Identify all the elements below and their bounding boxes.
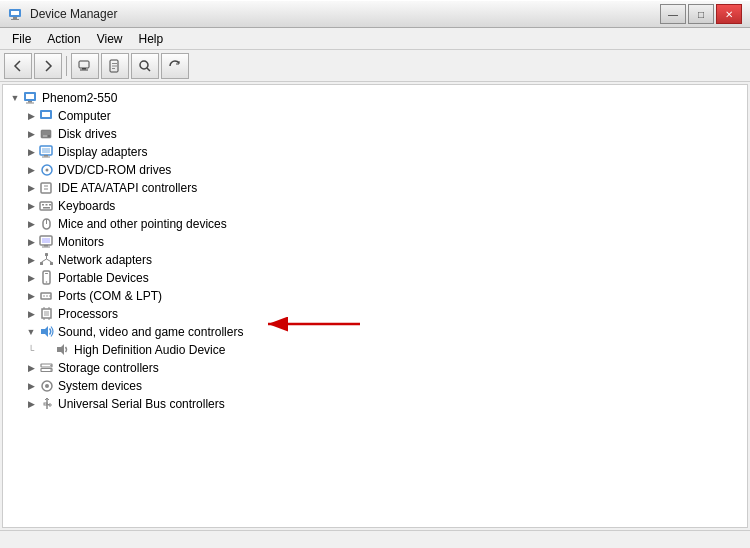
item-label: Sound, video and game controllers xyxy=(58,325,243,339)
list-item[interactable]: ▶ Disk drives xyxy=(3,125,747,143)
minimize-button[interactable]: — xyxy=(660,4,686,24)
svg-line-12 xyxy=(147,68,150,71)
expander[interactable]: ▶ xyxy=(23,216,39,232)
expander[interactable]: ▶ xyxy=(23,396,39,412)
item-label: Portable Devices xyxy=(58,271,149,285)
item-label: Storage controllers xyxy=(58,361,159,375)
list-item[interactable]: ▶ Portable Devices xyxy=(3,269,747,287)
sound-expander[interactable]: ▼ xyxy=(23,324,39,340)
svg-rect-28 xyxy=(41,183,51,193)
svg-rect-1 xyxy=(11,11,19,15)
expander[interactable]: ▶ xyxy=(23,306,39,322)
svg-rect-8 xyxy=(112,63,117,64)
expander[interactable]: ▶ xyxy=(23,378,39,394)
list-item[interactable]: ▶ Network adapters xyxy=(3,251,747,269)
menu-view[interactable]: View xyxy=(89,30,131,48)
close-button[interactable]: ✕ xyxy=(716,4,742,24)
menu-bar: File Action View Help xyxy=(0,28,750,50)
svg-rect-15 xyxy=(28,101,32,103)
device-tree[interactable]: ▼ Phenom2-550 ▶ Computer ▶ xyxy=(3,85,747,527)
svg-rect-39 xyxy=(42,238,50,243)
svg-rect-35 xyxy=(43,207,50,209)
svg-rect-5 xyxy=(82,68,86,70)
svg-rect-6 xyxy=(80,69,88,70)
toolbar xyxy=(0,50,750,82)
expander[interactable]: ▶ xyxy=(23,144,39,160)
back-button[interactable] xyxy=(4,53,32,79)
network-icon xyxy=(39,252,55,268)
svg-rect-20 xyxy=(43,135,47,137)
window-controls: — □ ✕ xyxy=(660,4,742,24)
svg-point-21 xyxy=(48,135,50,137)
expander[interactable]: ▶ xyxy=(23,162,39,178)
expander[interactable]: ▶ xyxy=(23,360,39,376)
item-label: Display adapters xyxy=(58,145,147,159)
scan-button[interactable] xyxy=(131,53,159,79)
menu-action[interactable]: Action xyxy=(39,30,88,48)
list-item[interactable]: └ ▶ High Definition Audio Device xyxy=(3,341,747,359)
list-item[interactable]: ▼ Sound, video and game controllers xyxy=(3,323,747,341)
app-window: Device Manager — □ ✕ File Action View He… xyxy=(0,0,750,548)
item-label: Processors xyxy=(58,307,118,321)
list-item[interactable]: ▶ DVD/CD-ROM drives xyxy=(3,161,747,179)
expander[interactable]: ▶ xyxy=(23,198,39,214)
main-content: ▼ Phenom2-550 ▶ Computer ▶ xyxy=(2,84,748,528)
svg-rect-33 xyxy=(46,204,48,206)
svg-point-50 xyxy=(46,281,48,283)
root-expander[interactable]: ▼ xyxy=(7,90,23,106)
expander[interactable]: ▶ xyxy=(23,252,39,268)
svg-rect-16 xyxy=(26,103,34,104)
list-item[interactable]: ▶ Ports (COM & LPT) xyxy=(3,287,747,305)
item-label: Mice and other pointing devices xyxy=(58,217,227,231)
svg-rect-32 xyxy=(42,204,44,206)
svg-point-27 xyxy=(46,169,49,172)
svg-rect-70 xyxy=(44,403,47,405)
item-label: System devices xyxy=(58,379,142,393)
display-icon xyxy=(39,144,55,160)
svg-rect-34 xyxy=(49,204,51,206)
svg-rect-42 xyxy=(45,253,48,256)
list-item[interactable]: ▶ Computer xyxy=(3,107,747,125)
storage-icon xyxy=(39,360,55,376)
expander[interactable]: ▶ xyxy=(23,108,39,124)
forward-button[interactable] xyxy=(34,53,62,79)
list-item[interactable]: ▶ Display adapters xyxy=(3,143,747,161)
audio-device-icon xyxy=(55,342,71,358)
svg-rect-14 xyxy=(26,94,34,99)
list-item[interactable]: ▶ Keyboards xyxy=(3,197,747,215)
expander[interactable]: ▶ xyxy=(23,126,39,142)
refresh-button[interactable] xyxy=(161,53,189,79)
svg-point-52 xyxy=(43,295,45,297)
expander[interactable]: ▶ xyxy=(23,180,39,196)
list-item[interactable]: ▶ System devices xyxy=(3,377,747,395)
maximize-button[interactable]: □ xyxy=(688,4,714,24)
expander[interactable]: ▶ xyxy=(23,270,39,286)
list-item[interactable]: ▶ Mice and other pointing devices xyxy=(3,215,747,233)
expander[interactable]: ▶ xyxy=(23,288,39,304)
list-item[interactable]: ▶ Monitors xyxy=(3,233,747,251)
svg-line-46 xyxy=(42,259,47,262)
system-icon xyxy=(39,378,55,394)
ports-icon xyxy=(39,288,55,304)
disk-icon xyxy=(39,126,55,142)
properties-button[interactable] xyxy=(101,53,129,79)
list-item[interactable]: ▶ Processors xyxy=(3,305,747,323)
status-bar xyxy=(0,530,750,548)
title-text: Device Manager xyxy=(30,7,117,21)
tree-root[interactable]: ▼ Phenom2-550 xyxy=(3,89,747,107)
view-device-button[interactable] xyxy=(71,53,99,79)
svg-line-47 xyxy=(47,259,52,262)
list-item[interactable]: ▶ IDE ATA/ATAPI controllers xyxy=(3,179,747,197)
svg-rect-56 xyxy=(44,311,49,316)
svg-rect-9 xyxy=(112,65,117,66)
svg-rect-25 xyxy=(42,157,50,158)
expander[interactable]: ▶ xyxy=(23,234,39,250)
list-item[interactable]: ▶ Universal Serial Bus controllers xyxy=(3,395,747,413)
computer-icon xyxy=(39,108,55,124)
computer-icon xyxy=(23,90,39,106)
list-item[interactable]: ▶ Storage controllers xyxy=(3,359,747,377)
item-label: Ports (COM & LPT) xyxy=(58,289,162,303)
menu-help[interactable]: Help xyxy=(131,30,172,48)
monitor-icon xyxy=(39,234,55,250)
menu-file[interactable]: File xyxy=(4,30,39,48)
